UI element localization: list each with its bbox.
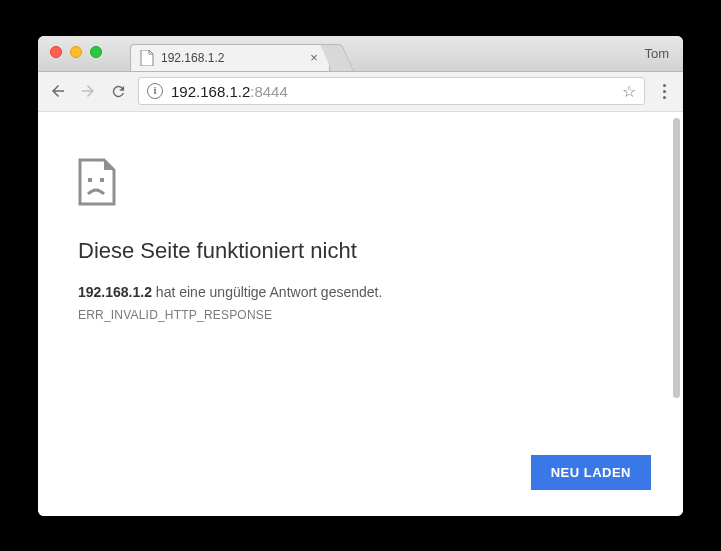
tab-title: 192.168.1.2	[161, 51, 301, 65]
toolbar: i 192.168.1.2:8444 ☆	[38, 72, 683, 112]
url-text: 192.168.1.2:8444	[171, 83, 614, 100]
error-message-rest: hat eine ungültige Antwort gesendet.	[152, 284, 382, 300]
bookmark-star-icon[interactable]: ☆	[622, 82, 636, 101]
browser-window: Tom 192.168.1.2 ×	[38, 36, 683, 516]
page-viewport: Diese Seite funktioniert nicht 192.168.1…	[38, 112, 683, 516]
url-host: 192.168.1.2	[171, 83, 250, 100]
window-controls	[50, 46, 102, 58]
browser-tab[interactable]: 192.168.1.2 ×	[130, 44, 330, 71]
tab-strip: 192.168.1.2 ×	[130, 36, 348, 71]
back-button[interactable]	[48, 81, 68, 101]
chrome-menu-icon[interactable]	[655, 81, 673, 101]
close-tab-icon[interactable]: ×	[307, 51, 321, 65]
url-port: :8444	[250, 83, 288, 100]
profile-name[interactable]: Tom	[644, 46, 669, 61]
titlebar: Tom 192.168.1.2 ×	[38, 36, 683, 72]
error-title: Diese Seite funktioniert nicht	[78, 238, 643, 264]
forward-button	[78, 81, 98, 101]
page-icon	[139, 50, 155, 66]
sad-document-icon	[78, 158, 643, 210]
address-bar[interactable]: i 192.168.1.2:8444 ☆	[138, 77, 645, 105]
error-host: 192.168.1.2	[78, 284, 152, 300]
close-window-button[interactable]	[50, 46, 62, 58]
svg-rect-1	[100, 178, 104, 182]
site-info-icon[interactable]: i	[147, 83, 163, 99]
error-message: 192.168.1.2 hat eine ungültige Antwort g…	[78, 284, 643, 300]
vertical-scrollbar[interactable]	[673, 118, 680, 398]
svg-rect-0	[88, 178, 92, 182]
error-code: ERR_INVALID_HTTP_RESPONSE	[78, 308, 643, 322]
zoom-window-button[interactable]	[90, 46, 102, 58]
reload-page-button[interactable]: NEU LADEN	[531, 455, 651, 490]
minimize-window-button[interactable]	[70, 46, 82, 58]
error-page: Diese Seite funktioniert nicht 192.168.1…	[38, 112, 683, 322]
reload-button[interactable]	[108, 81, 128, 101]
